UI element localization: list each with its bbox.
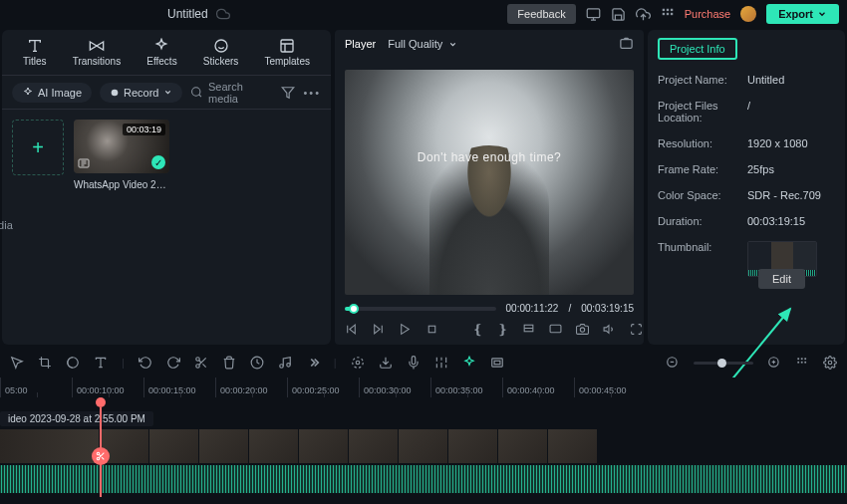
marker-icon[interactable] bbox=[351, 356, 365, 370]
zoom-out-icon[interactable] bbox=[666, 356, 680, 370]
svg-point-29 bbox=[196, 365, 200, 369]
playback-scrubber[interactable] bbox=[345, 307, 496, 311]
grid-apps-icon[interactable] bbox=[661, 7, 675, 21]
svg-point-49 bbox=[97, 452, 100, 455]
gear-icon[interactable] bbox=[823, 356, 837, 370]
player-viewport[interactable]: Don't have enough time? bbox=[345, 70, 634, 295]
titles-icon bbox=[27, 38, 43, 54]
files-location-label: Project Files Location: bbox=[658, 100, 747, 124]
volume-icon[interactable] bbox=[603, 323, 616, 336]
duration-label: Duration: bbox=[658, 215, 747, 227]
stop-icon[interactable] bbox=[425, 323, 438, 336]
speed-icon[interactable] bbox=[250, 356, 264, 370]
svg-marker-8 bbox=[97, 42, 104, 50]
files-location-value: / bbox=[747, 100, 835, 124]
music-icon[interactable] bbox=[278, 356, 292, 370]
avatar[interactable] bbox=[740, 6, 756, 22]
svg-point-28 bbox=[196, 358, 200, 362]
player-tab[interactable]: Player bbox=[345, 38, 376, 50]
svg-point-11 bbox=[112, 89, 119, 96]
project-title: Untitled bbox=[167, 7, 208, 21]
svg-point-34 bbox=[352, 358, 363, 369]
frame-icon[interactable] bbox=[490, 356, 504, 370]
purchase-button[interactable]: Purchase bbox=[685, 8, 730, 20]
svg-rect-20 bbox=[428, 326, 435, 333]
svg-rect-6 bbox=[671, 13, 673, 15]
audio-track[interactable] bbox=[0, 465, 847, 493]
monitor-icon[interactable] bbox=[586, 7, 601, 22]
feedback-button[interactable]: Feedback bbox=[507, 4, 575, 24]
split-icon[interactable] bbox=[194, 356, 208, 370]
camera-icon[interactable] bbox=[576, 323, 589, 336]
project-info-tab[interactable]: Project Info bbox=[658, 38, 737, 60]
thumbnail-label: Thumbnail: bbox=[658, 241, 747, 277]
import-media-button[interactable]: + bbox=[12, 120, 64, 175]
edit-button[interactable]: Edit bbox=[758, 269, 805, 289]
svg-marker-15 bbox=[350, 325, 355, 334]
total-time: 00:03:19:15 bbox=[581, 303, 634, 314]
fullscreen-icon[interactable] bbox=[630, 323, 643, 336]
zoom-slider[interactable] bbox=[694, 362, 753, 365]
svg-point-48 bbox=[828, 361, 832, 365]
project-name-label: Project Name: bbox=[658, 74, 747, 86]
export-button[interactable]: Export bbox=[766, 4, 839, 24]
svg-marker-24 bbox=[604, 326, 609, 334]
chevron-down-icon bbox=[448, 40, 457, 49]
timeline-tracks[interactable]: ideo 2023-09-28 at 2.55.00 PM bbox=[0, 397, 847, 497]
tab-stickers[interactable]: Stickers bbox=[199, 36, 243, 69]
snapshot-icon[interactable] bbox=[619, 37, 634, 52]
save-icon[interactable] bbox=[611, 7, 626, 22]
search-input[interactable]: Search media bbox=[190, 81, 274, 105]
media-type-icon bbox=[78, 157, 90, 169]
pointer-tool-icon[interactable] bbox=[10, 356, 24, 370]
project-info-panel: Project Info Project Name: Untitled Proj… bbox=[648, 30, 845, 345]
svg-rect-10 bbox=[281, 40, 293, 52]
frame-rate-value: 25fps bbox=[747, 163, 835, 175]
text-tool-icon[interactable] bbox=[94, 356, 108, 370]
svg-rect-35 bbox=[491, 359, 502, 367]
media-item[interactable]: 00:03:19 ✓ WhatsApp Video 202… bbox=[74, 120, 169, 335]
tab-effects[interactable]: Effects bbox=[142, 36, 180, 69]
more-tools-icon[interactable] bbox=[306, 356, 320, 370]
chevron-down-icon bbox=[163, 88, 172, 97]
video-track[interactable] bbox=[0, 429, 847, 463]
clip-label: ideo 2023-09-28 at 2.55.00 PM bbox=[0, 411, 153, 426]
mark-out-icon[interactable]: ❵ bbox=[497, 322, 508, 337]
chevron-down-icon bbox=[817, 9, 827, 19]
crop-tool-icon[interactable] bbox=[38, 356, 52, 370]
stickers-icon bbox=[213, 38, 229, 54]
download-icon[interactable] bbox=[379, 356, 393, 370]
redo-icon[interactable] bbox=[166, 356, 180, 370]
ai-image-button[interactable]: AI Image bbox=[12, 83, 92, 103]
clip-duration: 00:03:19 bbox=[123, 124, 165, 135]
color-tool-icon[interactable] bbox=[66, 356, 80, 370]
more-icon[interactable]: ••• bbox=[303, 87, 321, 99]
ratio-icon[interactable] bbox=[522, 322, 535, 337]
record-dot-icon bbox=[110, 88, 120, 98]
cloud-upload-icon[interactable] bbox=[636, 7, 651, 22]
resolution-value: 1920 x 1080 bbox=[747, 137, 835, 149]
mark-in-icon[interactable]: ❴ bbox=[472, 322, 483, 337]
tab-templates[interactable]: Templates bbox=[260, 36, 314, 69]
next-frame-icon[interactable] bbox=[372, 323, 385, 336]
timeline-ruler[interactable]: 05:00 00:00:10:00 00:00:15:00 00:00:20:0… bbox=[0, 378, 847, 397]
filter-icon[interactable] bbox=[281, 86, 295, 100]
svg-marker-19 bbox=[402, 325, 410, 335]
color-space-label: Color Space: bbox=[658, 189, 747, 201]
prev-frame-icon[interactable] bbox=[345, 323, 358, 336]
mixer-icon[interactable] bbox=[434, 356, 448, 370]
record-button[interactable]: Record bbox=[100, 83, 181, 103]
tab-transitions[interactable]: Transitions bbox=[69, 36, 126, 69]
auto-cut-icon[interactable] bbox=[462, 356, 476, 370]
sparkle-icon bbox=[22, 87, 34, 99]
cut-marker-icon[interactable] bbox=[92, 447, 110, 465]
play-icon[interactable] bbox=[399, 323, 412, 336]
undo-icon[interactable] bbox=[139, 356, 152, 370]
mic-icon[interactable] bbox=[407, 356, 421, 370]
svg-rect-14 bbox=[621, 39, 632, 48]
quality-select[interactable]: Full Quality bbox=[388, 38, 457, 50]
tab-titles[interactable]: Titles bbox=[19, 36, 51, 69]
svg-point-12 bbox=[191, 88, 199, 96]
display-icon[interactable] bbox=[549, 323, 562, 336]
delete-icon[interactable] bbox=[222, 356, 236, 370]
